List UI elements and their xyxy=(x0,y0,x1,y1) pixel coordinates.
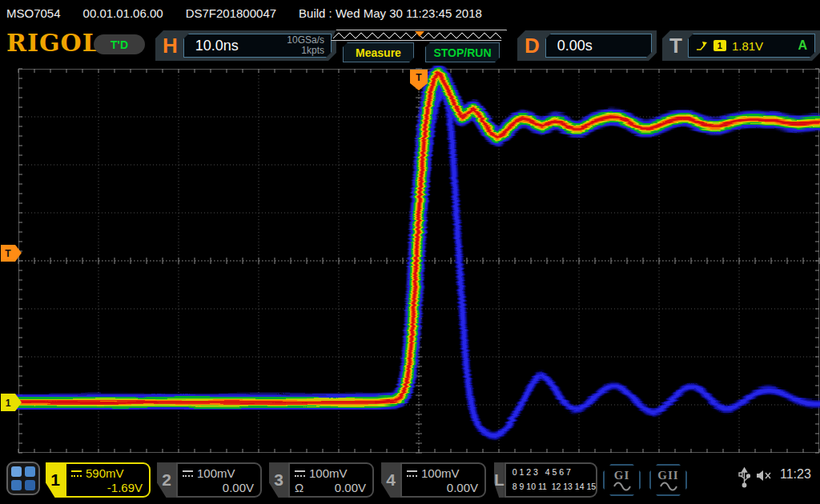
trigger-panel[interactable]: T 1 1.81V A xyxy=(662,30,820,61)
channel-1-readout: 590mV -1.69V xyxy=(65,462,151,498)
channel-1-number: 1 xyxy=(50,470,60,490)
channel-2-offset: 0.00V xyxy=(223,481,254,494)
control-bar: RIGOL T'D H 10.0ns 10GSa/s 1kpts Measure… xyxy=(0,26,820,63)
generator-2-label: GII xyxy=(657,470,678,482)
menu-grid-icon xyxy=(11,466,22,477)
trigger-sweep-mode: A xyxy=(798,38,807,53)
delay-panel[interactable]: D 0.00s xyxy=(517,30,657,61)
rigol-logo: RIGOL xyxy=(6,29,100,57)
build-info: Build : Wed May 30 11:23:45 2018 xyxy=(299,6,482,20)
horizontal-panel[interactable]: H 10.0ns 10GSa/s 1kpts xyxy=(155,30,336,61)
channel-3-status[interactable]: 3 100mV Ω 0.00V xyxy=(269,462,374,498)
trigger-status-badge: T'D xyxy=(94,34,145,54)
channel-3-offset: 0.00V xyxy=(335,481,366,494)
logic-label: L xyxy=(494,470,504,490)
channel-1-scale: 590mV xyxy=(86,466,124,480)
dc-coupling-icon xyxy=(407,470,417,477)
delay-value: 0.00s xyxy=(557,38,593,54)
svg-text:T: T xyxy=(416,72,422,83)
logic-row-2: 8 9 10 11 12 13 14 15 xyxy=(512,480,596,494)
model-name: MSO7054 xyxy=(6,6,61,20)
menu-button[interactable] xyxy=(6,462,40,495)
channel-4-offset: 0.00V xyxy=(447,481,478,494)
waveform-display: T T 1 xyxy=(0,64,820,460)
stop-run-button[interactable]: STOP/RUN xyxy=(425,42,500,62)
channel-3-tab[interactable]: 3 xyxy=(269,462,288,498)
memory-position-indicator[interactable] xyxy=(331,30,507,41)
channel-2-status[interactable]: 2 100mV 0.00V xyxy=(157,462,262,498)
trigger-source-badge: 1 xyxy=(713,40,726,51)
logic-row-1: 0 1 2 3 4 5 6 7 xyxy=(512,466,596,479)
channel-4-number: 4 xyxy=(386,470,396,490)
edge-trigger-icon xyxy=(695,41,708,51)
measure-button[interactable]: Measure xyxy=(343,42,414,62)
delay-label: D xyxy=(525,34,540,58)
channel-status-bar: 1 590mV -1.69V 2 100mV 0.00V 3 100mV xyxy=(0,460,820,504)
usb-icon xyxy=(738,467,750,488)
channel-4-scale: 100mV xyxy=(421,466,460,480)
logic-readout: 0 1 2 3 4 5 6 7 8 9 10 11 12 13 14 15 xyxy=(504,462,597,498)
generator-1-button[interactable]: GI xyxy=(603,464,641,496)
speaker-muted-icon xyxy=(756,470,774,482)
channel-1-tab[interactable]: 1 xyxy=(46,462,65,498)
delay-box[interactable]: 0.00s xyxy=(545,34,652,58)
firmware-version: 00.01.01.06.00 xyxy=(83,6,163,20)
svg-text:T: T xyxy=(5,248,11,259)
timebase-box[interactable]: 10.0ns 10GSa/s 1kpts xyxy=(183,34,332,58)
sine-icon xyxy=(659,482,678,491)
dc-coupling-icon xyxy=(71,470,82,477)
clock: 11:23 xyxy=(780,467,811,482)
horizontal-label: H xyxy=(163,34,178,58)
channel-3-scale: 100mV xyxy=(309,466,348,480)
trigger-label: T xyxy=(669,34,682,58)
svg-text:1: 1 xyxy=(6,398,11,409)
dc-coupling-icon xyxy=(295,470,305,477)
memory-depth: 1kpts xyxy=(301,46,324,56)
channel-4-tab[interactable]: 4 xyxy=(381,462,400,498)
dc-coupling-icon xyxy=(183,470,193,477)
channel-3-readout: 100mV Ω 0.00V xyxy=(288,462,374,498)
ghost-trace xyxy=(407,92,819,436)
channel1-trace xyxy=(18,73,819,402)
trigger-box[interactable]: 1 1.81V A xyxy=(688,34,815,58)
channel-4-readout: 100mV 0.00V xyxy=(400,462,486,498)
channel-1-offset: -1.69V xyxy=(107,481,143,494)
channel-1-status[interactable]: 1 590mV -1.69V xyxy=(46,462,151,498)
impedance-label: Ω xyxy=(295,481,303,494)
timebase-value: 10.0ns xyxy=(195,38,239,54)
generator-2-button[interactable]: GII xyxy=(649,464,687,496)
channel-4-status[interactable]: 4 100mV 0.00V xyxy=(381,462,486,498)
logic-channels-status[interactable]: L 0 1 2 3 4 5 6 7 8 9 10 11 12 13 14 15 xyxy=(494,462,596,498)
logic-tab[interactable]: L xyxy=(494,462,504,498)
window-position-marker xyxy=(415,31,424,37)
system-info-bar: MSO7054 00.01.01.06.00 DS7F201800047 Bui… xyxy=(0,0,820,26)
channel-3-number: 3 xyxy=(274,470,283,490)
channel-2-number: 2 xyxy=(162,470,171,490)
oscilloscope-screen: MSO7054 00.01.01.06.00 DS7F201800047 Bui… xyxy=(0,0,820,504)
channel-2-scale: 100mV xyxy=(197,466,235,480)
sine-icon xyxy=(613,482,632,491)
channel-2-tab[interactable]: 2 xyxy=(157,462,176,498)
serial-number: DS7F201800047 xyxy=(186,6,276,20)
generator-1-label: GI xyxy=(614,470,630,482)
channel-2-readout: 100mV 0.00V xyxy=(176,462,262,498)
trigger-level: 1.81V xyxy=(732,39,763,53)
